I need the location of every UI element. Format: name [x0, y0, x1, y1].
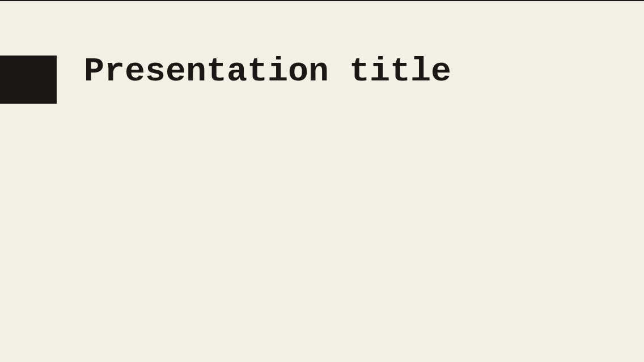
accent-square [0, 56, 57, 104]
presentation-title[interactable]: Presentation title [84, 52, 451, 91]
slide-top-border [0, 0, 644, 1]
